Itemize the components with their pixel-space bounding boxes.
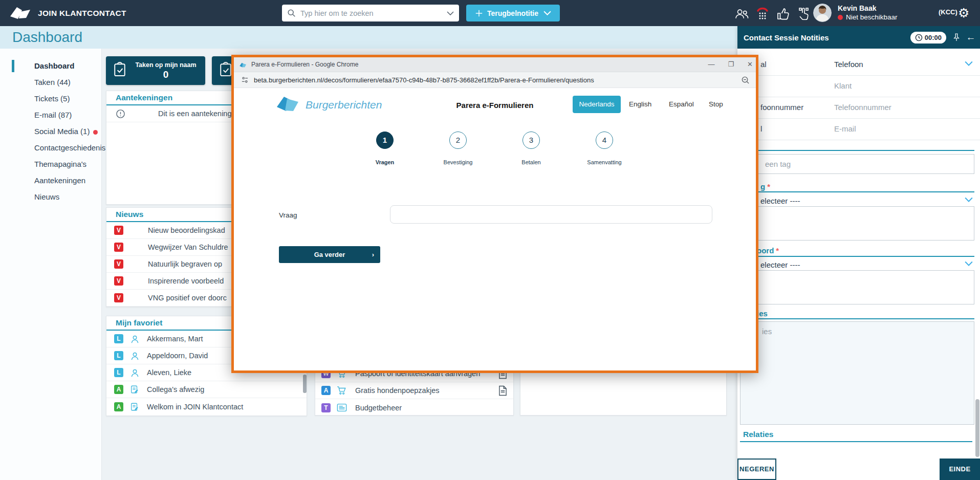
gear-icon[interactable]: ⚙ xyxy=(958,4,969,22)
contact-row-telefoonnummer[interactable]: foonnummer Telefoonnummer xyxy=(737,97,980,119)
terugbelnotitie-label: Terugbelnotitie xyxy=(487,9,538,17)
service-row[interactable]: A Gratis hondenpoepzakjes xyxy=(315,382,513,399)
contact-row-klant[interactable]: Klant xyxy=(737,76,980,97)
tap-hand-icon[interactable] xyxy=(796,7,812,20)
chevron-right-icon: › xyxy=(372,246,374,263)
language-english-button[interactable]: English xyxy=(629,100,651,108)
document-icon[interactable] xyxy=(498,385,507,396)
t-badge: T xyxy=(321,403,331,412)
sidebar-item-themapaginas[interactable]: Themapagina's xyxy=(0,156,101,172)
person-icon xyxy=(130,334,140,344)
step-bevestiging[interactable]: 2 Bevestiging xyxy=(427,132,489,165)
ga-verder-button[interactable]: Ga verder › xyxy=(279,246,380,263)
brand-name: Burgerberichten xyxy=(306,99,382,111)
v-badge: V xyxy=(114,293,123,302)
section-underline xyxy=(740,191,974,192)
sidebar: Dashboard Taken (44) Tickets (5) E-mail … xyxy=(0,49,102,480)
collapse-arrow-icon[interactable]: ← xyxy=(964,32,978,43)
step-samenvatting[interactable]: 4 Samenvatting xyxy=(574,132,635,165)
sidebar-item-dashboard[interactable]: Dashboard xyxy=(0,58,101,74)
step-label: Bevestiging xyxy=(427,159,489,165)
sidebar-item-tickets[interactable]: Tickets (5) xyxy=(0,91,101,107)
favoriet-label: Akkermans, Mart xyxy=(147,335,203,343)
sidebar-item-label: Aantekeningen xyxy=(34,176,85,185)
sidebar-item-taken[interactable]: Taken (44) xyxy=(0,74,101,91)
v-badge: V xyxy=(114,276,123,286)
dialpad-phone-icon[interactable] xyxy=(755,7,770,20)
clipboard-icon xyxy=(219,62,232,79)
tags-underline xyxy=(740,150,974,151)
contacts-icon[interactable] xyxy=(734,7,749,20)
vraag-input[interactable] xyxy=(390,205,712,224)
service-label: Gratis hondenpoepzakjes xyxy=(355,386,439,395)
a-badge: A xyxy=(114,385,123,394)
vraag-label: Vraag xyxy=(279,211,297,219)
popup-window-title: Parera e-Formulieren - Google Chrome xyxy=(251,61,358,68)
search-input[interactable] xyxy=(299,9,444,18)
tag-input[interactable]: een tag xyxy=(740,154,974,174)
step-label: Samenvatting xyxy=(574,159,635,165)
step-number: 3 xyxy=(522,132,540,149)
contact-row-kanaal[interactable]: al Telefoon xyxy=(737,54,980,76)
negeren-button[interactable]: NEGEREN xyxy=(737,459,776,480)
row-placeholder: Klant xyxy=(834,81,852,90)
service-row[interactable]: T Budgetbeheer xyxy=(315,399,513,416)
thumbs-up-icon[interactable] xyxy=(776,7,791,20)
row-label-fragment: l xyxy=(760,124,762,133)
notification-dot-icon xyxy=(93,130,98,135)
site-info-icon[interactable] xyxy=(241,76,249,84)
notities-placeholder-fragment: ies xyxy=(762,327,772,336)
favicon-icon xyxy=(239,61,247,68)
clock-icon xyxy=(915,34,923,41)
zoom-out-icon[interactable] xyxy=(741,76,750,84)
nieuws-row-label: Inspirerende voorbeeld xyxy=(148,277,224,285)
global-search[interactable] xyxy=(282,5,459,21)
chevron-down-icon[interactable] xyxy=(965,61,973,66)
favoriet-row[interactable]: A Collega's afwezig xyxy=(106,381,307,398)
maximize-icon[interactable]: ❐ xyxy=(728,57,734,72)
step-vragen[interactable]: 1 Vragen xyxy=(354,132,416,165)
v-badge: V xyxy=(114,259,123,269)
timer-value: 00:00 xyxy=(925,34,942,41)
left-column-scrollbar[interactable] xyxy=(303,375,307,393)
a-badge: A xyxy=(321,386,331,395)
language-espanol-button[interactable]: Español xyxy=(669,100,694,108)
status-dot-icon xyxy=(838,15,843,20)
notities-textarea[interactable]: ies xyxy=(740,321,974,425)
page-title-strip: Dashboard xyxy=(0,26,737,49)
search-scope-chevron-icon[interactable] xyxy=(447,11,454,15)
chevron-down-icon[interactable] xyxy=(965,261,973,266)
close-icon[interactable]: ✕ xyxy=(747,57,753,72)
sidebar-item-social-media[interactable]: Social Media (1) xyxy=(0,123,101,140)
select-listbox[interactable] xyxy=(740,270,974,304)
einde-button[interactable]: EINDE xyxy=(940,459,980,480)
a-badge: A xyxy=(114,402,123,411)
join-logo-icon xyxy=(9,5,32,20)
select-listbox[interactable] xyxy=(740,206,974,241)
pin-icon[interactable] xyxy=(949,33,964,42)
step-betalen[interactable]: 3 Betalen xyxy=(500,132,562,165)
popup-urlbar[interactable]: beta.burgerberichten.nl/decos/formuliere… xyxy=(234,72,756,88)
chevron-down-icon[interactable] xyxy=(965,197,973,202)
user-avatar[interactable] xyxy=(813,4,832,22)
select-fragment[interactable]: electeer ---- xyxy=(760,197,800,205)
contact-panel-scrollbar[interactable] xyxy=(975,399,979,457)
contact-row-email[interactable]: l E-mail xyxy=(737,119,980,140)
select-fragment[interactable]: electeer ---- xyxy=(760,260,800,269)
sidebar-item-label: Dashboard xyxy=(34,61,74,70)
sidebar-item-aantekeningen[interactable]: Aantekeningen xyxy=(0,172,101,189)
clipboard-icon xyxy=(113,62,126,79)
minimize-icon[interactable]: — xyxy=(708,57,714,72)
language-stop-button[interactable]: Stop xyxy=(709,100,723,108)
url-text[interactable]: beta.burgerberichten.nl/decos/formuliere… xyxy=(254,76,741,84)
terugbelnotitie-button[interactable]: Terugbelnotitie xyxy=(466,5,560,21)
taken-card-count: 0 xyxy=(126,69,205,80)
sidebar-item-contactgeschiedenis[interactable]: Contactgeschiedenis xyxy=(0,140,101,156)
favoriet-row[interactable]: A Welkom in JOIN Klantcontact xyxy=(106,398,307,415)
sidebar-item-nieuws[interactable]: Nieuws xyxy=(0,189,101,205)
chevron-down-icon xyxy=(543,11,551,15)
sidebar-item-email[interactable]: E-mail (87) xyxy=(0,107,101,123)
language-nederlands-button[interactable]: Nederlands xyxy=(573,96,621,113)
taken-card[interactable]: Taken op mijn naam 0 xyxy=(106,56,205,85)
popup-titlebar[interactable]: Parera e-Formulieren - Google Chrome — ❐… xyxy=(234,57,756,72)
